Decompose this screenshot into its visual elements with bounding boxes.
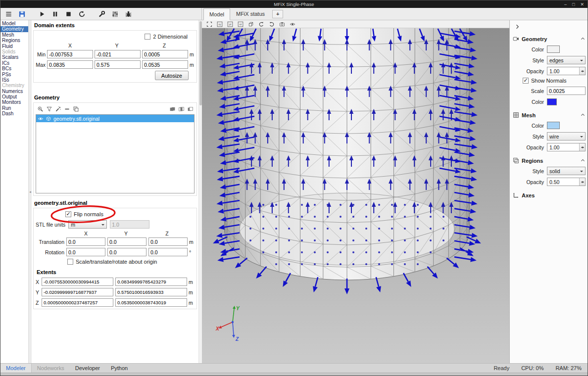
spinner-arrows-icon[interactable] xyxy=(579,67,585,75)
run-button[interactable] xyxy=(35,8,49,19)
collapse-panel-button[interactable] xyxy=(513,23,522,32)
perspective-button[interactable] xyxy=(246,21,255,28)
section-axes-header[interactable]: Axes xyxy=(513,192,586,198)
sidebar-item-mesh[interactable]: Mesh xyxy=(0,32,28,38)
stl-units-combobox[interactable]: m xyxy=(68,220,107,229)
pause-button[interactable] xyxy=(49,8,62,19)
stop-button[interactable] xyxy=(62,8,75,19)
normals-color-swatch[interactable] xyxy=(547,98,557,105)
menu-button[interactable] xyxy=(2,8,15,19)
extent-x-min-input[interactable] xyxy=(42,278,113,286)
minimize-button[interactable]: – xyxy=(564,2,567,7)
about-origin-checkbox[interactable] xyxy=(67,259,73,265)
extent-y-min-input[interactable] xyxy=(42,288,113,296)
boolean-union-button[interactable] xyxy=(168,105,177,113)
translation-y-input[interactable] xyxy=(107,237,147,246)
geometry-color-swatch[interactable] xyxy=(547,46,560,53)
mesh-opacity-spinbox[interactable]: 1.00 xyxy=(547,143,586,151)
sidebar-item-run[interactable]: Run xyxy=(0,105,28,111)
new-tab-button[interactable]: + xyxy=(272,10,283,18)
mesher-button[interactable] xyxy=(95,8,108,19)
rotate-right-button[interactable] xyxy=(267,21,276,28)
rotation-y-input[interactable] xyxy=(107,248,147,256)
maximize-button[interactable]: □ xyxy=(572,2,575,7)
domain-max-z-input[interactable] xyxy=(142,60,188,69)
geometry-list-item[interactable]: geometry.stl.original xyxy=(36,115,194,122)
geometry-style-combobox[interactable]: edges xyxy=(547,56,586,64)
bottom-tab-developer[interactable]: Developer xyxy=(70,364,105,373)
render-canvas[interactable]: XYZ xyxy=(202,28,509,363)
two-dimensional-checkbox[interactable] xyxy=(145,34,150,40)
add-geometry-button[interactable] xyxy=(36,105,45,113)
geometry-opacity-spinbox[interactable]: 1.00 xyxy=(547,67,586,75)
sidebar-item-regions[interactable]: Regions xyxy=(0,38,28,43)
section-geometry-header[interactable]: Geometry xyxy=(513,36,586,42)
remove-button[interactable] xyxy=(62,105,71,113)
regions-style-label: Style xyxy=(513,168,544,174)
screenshot-button[interactable] xyxy=(277,21,287,28)
sidebar-item-monitors[interactable]: Monitors xyxy=(0,99,28,105)
sidebar-item-bcs[interactable]: BCs xyxy=(0,66,28,71)
normals-scale-input[interactable] xyxy=(547,87,586,95)
bottom-tab-modeler[interactable]: Modeler xyxy=(0,364,32,373)
collapse-regions-icon[interactable] xyxy=(580,158,586,163)
wizard-button[interactable] xyxy=(53,105,62,113)
flip-normals-checkbox[interactable] xyxy=(65,211,71,217)
rotation-x-input[interactable] xyxy=(66,248,105,256)
extent-x-max-input[interactable] xyxy=(115,278,187,286)
boolean-difference-button[interactable] xyxy=(186,105,195,113)
console-button[interactable] xyxy=(122,8,135,19)
spinner-arrows-icon[interactable] xyxy=(579,178,585,186)
view-yz-button[interactable]: yz xyxy=(225,21,235,28)
sidebar-item-numerics[interactable]: Numerics xyxy=(0,89,28,94)
rotate-left-button[interactable] xyxy=(256,21,266,28)
regions-opacity-spinbox[interactable]: 0.50 xyxy=(547,178,586,186)
bottom-tab-python[interactable]: Python xyxy=(105,364,133,373)
domain-max-x-input[interactable] xyxy=(47,60,93,69)
tab-model[interactable]: Model xyxy=(203,8,230,20)
extent-z-max-input[interactable] xyxy=(115,298,187,307)
spinner-arrows-icon[interactable] xyxy=(579,143,585,151)
view-xy-button[interactable]: xy xyxy=(215,21,224,28)
sidebar-item-dash[interactable]: Dash xyxy=(0,111,28,116)
domain-min-x-input[interactable] xyxy=(47,50,93,58)
sidebar-item-iss[interactable]: ISs xyxy=(0,77,28,83)
domain-min-y-input[interactable] xyxy=(95,50,141,58)
settings-button[interactable] xyxy=(108,8,122,19)
mesh-style-combobox[interactable]: wire xyxy=(547,132,586,141)
mesh-color-swatch[interactable] xyxy=(547,122,560,129)
autosize-button[interactable]: Autosize xyxy=(155,71,189,80)
boolean-intersect-button[interactable] xyxy=(177,105,186,113)
close-button[interactable]: ✕ xyxy=(580,2,584,7)
translation-x-input[interactable] xyxy=(66,237,105,246)
sidebar-item-geometry[interactable]: Geometry xyxy=(0,26,28,32)
regions-style-combobox[interactable]: solid xyxy=(547,167,586,175)
reset-button[interactable] xyxy=(75,8,89,19)
domain-min-z-input[interactable] xyxy=(142,50,188,58)
section-mesh-header[interactable]: Mesh xyxy=(513,112,586,118)
titlebar[interactable]: MFiX Single-Phase –□✕ xyxy=(0,0,588,8)
add-filter-button[interactable] xyxy=(45,105,53,113)
save-button[interactable] xyxy=(15,8,29,19)
sidebar-item-pss[interactable]: PSs xyxy=(0,72,28,77)
section-regions-header[interactable]: Regions xyxy=(513,157,586,164)
left-panel-scrollbar[interactable] xyxy=(198,20,202,363)
sidebar-item-ics[interactable]: ICs xyxy=(0,60,28,66)
extent-z-min-input[interactable] xyxy=(42,298,113,307)
view-xz-button[interactable]: xz xyxy=(236,21,245,28)
copy-button[interactable] xyxy=(71,105,80,113)
show-normals-checkbox[interactable] xyxy=(523,78,529,84)
sidebar-item-output[interactable]: Output xyxy=(0,94,28,99)
sidebar-item-model[interactable]: Model xyxy=(0,21,28,26)
sidebar-item-scalars[interactable]: Scalars xyxy=(0,54,28,60)
fit-view-button[interactable] xyxy=(204,21,214,28)
translation-z-input[interactable] xyxy=(148,237,188,246)
collapse-mesh-icon[interactable] xyxy=(580,112,586,118)
tab-mfix-status[interactable]: MFiX status xyxy=(230,8,271,20)
domain-max-y-input[interactable] xyxy=(95,60,141,69)
rotation-z-input[interactable] xyxy=(148,248,188,256)
extent-y-max-input[interactable] xyxy=(115,288,187,296)
visibility-button[interactable] xyxy=(288,21,297,28)
collapse-geometry-icon[interactable] xyxy=(580,36,586,42)
sidebar-item-fluid[interactable]: Fluid xyxy=(0,44,28,49)
